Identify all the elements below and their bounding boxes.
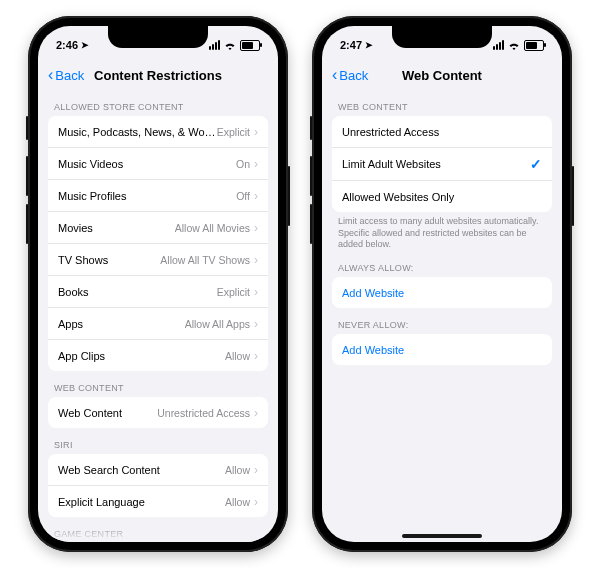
chevron-right-icon: › (254, 349, 258, 363)
row-limit-adult-websites[interactable]: Limit Adult Websites ✓ (332, 147, 552, 180)
volume-up-button (26, 156, 28, 196)
chevron-right-icon: › (254, 125, 258, 139)
notch (108, 26, 208, 48)
chevron-left-icon: ‹ (332, 67, 337, 83)
back-button[interactable]: ‹ Back (332, 67, 368, 83)
mute-switch (26, 116, 28, 140)
settings-list[interactable]: WEB CONTENT Unrestricted Access Limit Ad… (322, 90, 562, 542)
checkmark-icon: ✓ (530, 156, 542, 172)
wifi-icon (508, 41, 520, 50)
screen-right: 2:47 ➤ ‹ Back Web Content WEB CONTENT Un… (322, 26, 562, 542)
section-header-always-allow: ALWAYS ALLOW: (338, 263, 546, 273)
chevron-left-icon: ‹ (48, 67, 53, 83)
wifi-icon (224, 41, 236, 50)
back-label: Back (55, 68, 84, 83)
power-button (572, 166, 574, 226)
section-header-web-content: WEB CONTENT (338, 102, 546, 112)
row-explicit-language[interactable]: Explicit Language Allow › (48, 485, 268, 517)
location-icon: ➤ (365, 40, 373, 50)
section-header-siri: SIRI (54, 440, 262, 450)
location-icon: ➤ (81, 40, 89, 50)
group-web-content-options: Unrestricted Access Limit Adult Websites… (332, 116, 552, 212)
row-tv-shows[interactable]: TV Shows Allow All TV Shows › (48, 243, 268, 275)
row-unrestricted-access[interactable]: Unrestricted Access (332, 116, 552, 147)
power-button (288, 166, 290, 226)
row-movies[interactable]: Movies Allow All Movies › (48, 211, 268, 243)
battery-icon (524, 40, 544, 51)
cellular-icon (209, 40, 220, 50)
section-header-never-allow: NEVER ALLOW: (338, 320, 546, 330)
row-books[interactable]: Books Explicit › (48, 275, 268, 307)
row-music-podcasts[interactable]: Music, Podcasts, News, & Workouts Explic… (48, 116, 268, 147)
section-header-allowed-store: ALLOWED STORE CONTENT (54, 102, 262, 112)
volume-up-button (310, 156, 312, 196)
cellular-icon (493, 40, 504, 50)
settings-list[interactable]: ALLOWED STORE CONTENT Music, Podcasts, N… (38, 90, 278, 542)
group-never-allow: Add Website (332, 334, 552, 365)
section-footer-web-content: Limit access to many adult websites auto… (338, 216, 546, 251)
group-siri: Web Search Content Allow › Explicit Lang… (48, 454, 268, 517)
section-header-web-content: WEB CONTENT (54, 383, 262, 393)
section-header-game-center: GAME CENTER (54, 529, 262, 539)
row-allowed-websites-only[interactable]: Allowed Websites Only (332, 180, 552, 212)
row-music-profiles[interactable]: Music Profiles Off › (48, 179, 268, 211)
chevron-right-icon: › (254, 285, 258, 299)
chevron-right-icon: › (254, 221, 258, 235)
row-web-search-content[interactable]: Web Search Content Allow › (48, 454, 268, 485)
row-web-content[interactable]: Web Content Unrestricted Access › (48, 397, 268, 428)
home-indicator[interactable] (402, 534, 482, 538)
group-always-allow: Add Website (332, 277, 552, 308)
notch (392, 26, 492, 48)
chevron-right-icon: › (254, 317, 258, 331)
row-add-website-always[interactable]: Add Website (332, 277, 552, 308)
screen-left: 2:46 ➤ ‹ Back Content Restrictions ALLOW… (38, 26, 278, 542)
row-add-website-never[interactable]: Add Website (332, 334, 552, 365)
chevron-right-icon: › (254, 463, 258, 477)
chevron-right-icon: › (254, 406, 258, 420)
nav-bar: ‹ Back Content Restrictions (38, 60, 278, 90)
chevron-right-icon: › (254, 157, 258, 171)
status-time: 2:46 (56, 39, 78, 51)
group-web-content: Web Content Unrestricted Access › (48, 397, 268, 428)
row-apps[interactable]: Apps Allow All Apps › (48, 307, 268, 339)
nav-bar: ‹ Back Web Content (322, 60, 562, 90)
chevron-right-icon: › (254, 189, 258, 203)
battery-icon (240, 40, 260, 51)
phone-left: 2:46 ➤ ‹ Back Content Restrictions ALLOW… (28, 16, 288, 552)
back-button[interactable]: ‹ Back (48, 67, 84, 83)
chevron-right-icon: › (254, 253, 258, 267)
group-allowed-store: Music, Podcasts, News, & Workouts Explic… (48, 116, 268, 371)
volume-down-button (310, 204, 312, 244)
row-music-videos[interactable]: Music Videos On › (48, 147, 268, 179)
mute-switch (310, 116, 312, 140)
volume-down-button (26, 204, 28, 244)
back-label: Back (339, 68, 368, 83)
chevron-right-icon: › (254, 495, 258, 509)
status-time: 2:47 (340, 39, 362, 51)
phone-right: 2:47 ➤ ‹ Back Web Content WEB CONTENT Un… (312, 16, 572, 552)
row-app-clips[interactable]: App Clips Allow › (48, 339, 268, 371)
